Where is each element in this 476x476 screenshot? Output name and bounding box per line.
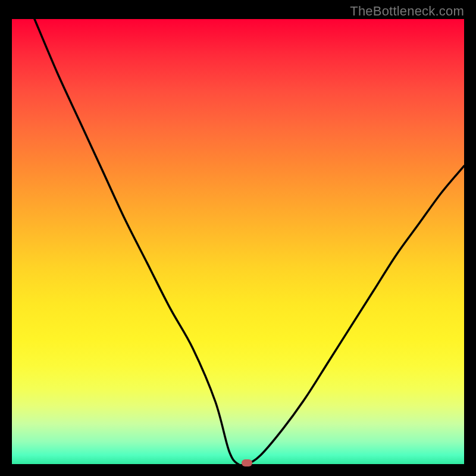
bottleneck-curve — [12, 19, 464, 464]
watermark-text: TheBottleneck.com — [350, 4, 464, 19]
chart-container: TheBottleneck.com — [0, 0, 476, 476]
optimal-point-marker — [242, 459, 252, 466]
plot-area — [12, 19, 464, 464]
